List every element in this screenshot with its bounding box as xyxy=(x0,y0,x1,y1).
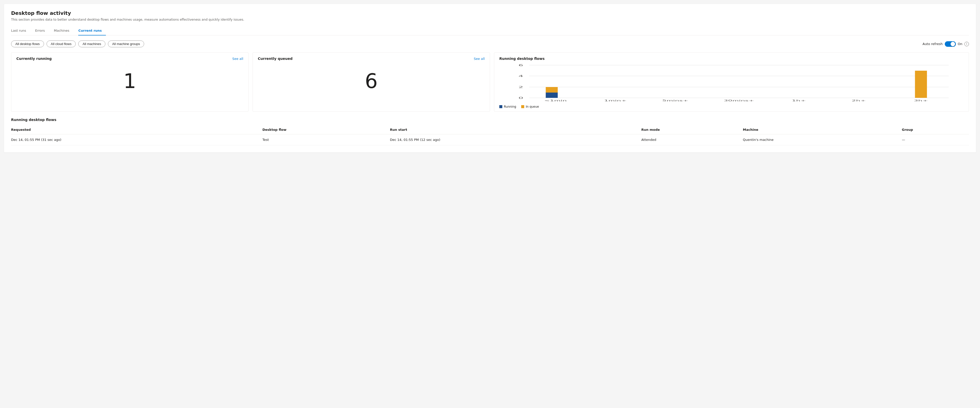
cell-run-mode: Attended xyxy=(641,134,743,145)
legend-running: Running xyxy=(499,105,516,108)
col-requested: Requested xyxy=(11,126,262,134)
table-body: Dec 14, 01:55 PM (31 sec ago) Test Dec 1… xyxy=(11,134,969,145)
cards-row: Currently running See all 1 Currently qu… xyxy=(11,52,969,112)
info-icon[interactable]: i xyxy=(964,42,969,46)
cell-machine: Quentin's machine xyxy=(743,134,902,145)
svg-text:0: 0 xyxy=(519,97,523,100)
legend-in-queue-label: In queue xyxy=(526,105,539,108)
auto-refresh-toggle[interactable] xyxy=(945,41,956,47)
chart-area: 6 4 2 0 <1min 1min+ 5mins+ xyxy=(499,63,964,103)
tab-last-runs[interactable]: Last runs xyxy=(11,27,30,35)
cell-desktop-flow: Test xyxy=(262,134,390,145)
chart-legend: Running In queue xyxy=(499,105,964,108)
svg-text:4: 4 xyxy=(519,75,523,78)
table-title: Running desktop flows xyxy=(11,118,969,122)
svg-rect-8 xyxy=(546,92,558,98)
currently-queued-header: Currently queued See all xyxy=(258,57,485,61)
currently-running-card: Currently running See all 1 xyxy=(11,52,248,112)
cell-run-start: Dec 14, 01:55 PM (12 sec ago) xyxy=(390,134,641,145)
filters-row: All desktop flows All cloud flows All ma… xyxy=(11,40,969,47)
auto-refresh-area: Auto refresh On i xyxy=(923,41,969,47)
data-table: Requested Desktop flow Run start Run mod… xyxy=(11,126,969,145)
table-header: Requested Desktop flow Run start Run mod… xyxy=(11,126,969,134)
filter-all-machines[interactable]: All machines xyxy=(78,40,105,47)
filter-all-cloud-flows[interactable]: All cloud flows xyxy=(46,40,76,47)
col-machine: Machine xyxy=(743,126,902,134)
col-run-mode: Run mode xyxy=(641,126,743,134)
currently-running-value: 1 xyxy=(16,64,243,101)
currently-running-header: Currently running See all xyxy=(16,57,243,61)
table-row: Dec 14, 01:55 PM (31 sec ago) Test Dec 1… xyxy=(11,134,969,145)
svg-text:30mins+: 30mins+ xyxy=(724,99,754,102)
running-desktop-flows-card: Running desktop flows 6 4 2 xyxy=(494,52,969,112)
svg-text:2: 2 xyxy=(519,86,523,89)
currently-queued-see-all[interactable]: See all xyxy=(474,57,485,61)
legend-in-queue: In queue xyxy=(521,105,539,108)
svg-text:1h+: 1h+ xyxy=(792,99,806,102)
tabs-bar: Last runs Errors Machines Current runs xyxy=(11,26,969,35)
auto-refresh-status: On xyxy=(958,42,963,46)
col-desktop-flow: Desktop flow xyxy=(262,126,390,134)
page-subtitle: This section provides data to better und… xyxy=(11,18,969,21)
legend-running-dot xyxy=(499,105,502,108)
page-title: Desktop flow activity xyxy=(11,10,969,16)
svg-rect-9 xyxy=(546,87,558,92)
auto-refresh-label: Auto refresh xyxy=(923,42,942,46)
svg-text:5mins+: 5mins+ xyxy=(662,99,689,102)
tab-machines[interactable]: Machines xyxy=(54,27,73,35)
bar-chart: 6 4 2 0 <1min 1min+ 5mins+ xyxy=(499,63,964,103)
svg-text:2h+: 2h+ xyxy=(852,99,866,102)
filter-all-machine-groups[interactable]: All machine groups xyxy=(108,40,145,47)
tab-errors[interactable]: Errors xyxy=(35,27,49,35)
tab-current-runs[interactable]: Current runs xyxy=(78,27,106,35)
currently-queued-value: 6 xyxy=(258,64,485,101)
col-run-start: Run start xyxy=(390,126,641,134)
svg-rect-16 xyxy=(915,71,927,98)
table-section: Running desktop flows Requested Desktop … xyxy=(11,118,969,145)
svg-text:6: 6 xyxy=(519,64,523,67)
cell-requested: Dec 14, 01:55 PM (31 sec ago) xyxy=(11,134,262,145)
currently-queued-card: Currently queued See all 6 xyxy=(253,52,490,112)
currently-queued-title: Currently queued xyxy=(258,57,293,61)
cell-group: — xyxy=(902,134,969,145)
legend-in-queue-dot xyxy=(521,105,524,108)
currently-running-see-all[interactable]: See all xyxy=(232,57,243,61)
chart-title: Running desktop flows xyxy=(499,57,964,61)
col-group: Group xyxy=(902,126,969,134)
svg-text:<1min: <1min xyxy=(544,99,567,102)
legend-running-label: Running xyxy=(504,105,516,108)
svg-text:3h+: 3h+ xyxy=(914,99,928,102)
filter-all-desktop-flows[interactable]: All desktop flows xyxy=(11,40,44,47)
currently-running-title: Currently running xyxy=(16,57,52,61)
svg-text:1min+: 1min+ xyxy=(604,99,627,102)
